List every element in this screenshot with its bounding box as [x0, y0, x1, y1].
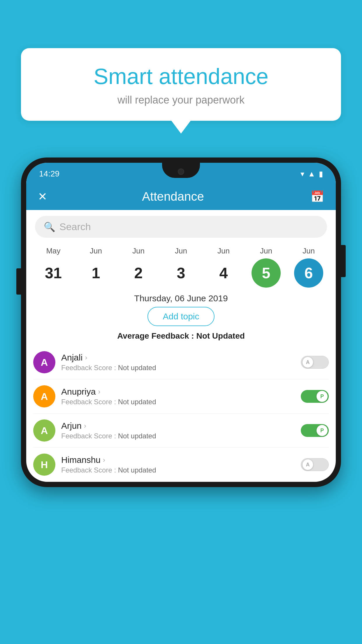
cal-month-4: Jun [217, 246, 230, 256]
speech-bubble-title: Smart attendance [33, 64, 329, 89]
cal-day-1: 1 [81, 258, 110, 288]
speech-bubble-subtitle: will replace your paperwork [33, 94, 329, 106]
feedback-anupriya: Feedback Score : Not updated [61, 398, 295, 406]
calendar-icon[interactable]: 📅 [310, 190, 324, 203]
cal-col-1[interactable]: Jun 1 [75, 246, 116, 288]
student-item-anjali: A Anjali › Feedback Score : Not updated … [33, 345, 329, 379]
search-bar[interactable]: 🔍 Search [35, 216, 327, 238]
toggle-anupriya[interactable]: P [301, 390, 329, 403]
feedback-himanshu: Feedback Score : Not updated [61, 466, 295, 474]
avg-feedback: Average Feedback : Not Updated [26, 331, 336, 341]
app-bar-title: Attendance [36, 190, 310, 204]
signal-icon: ▲ [308, 169, 315, 178]
battery-icon: ▮ [319, 169, 323, 178]
toggle-himanshu[interactable]: A [301, 458, 329, 471]
cal-day-3: 3 [166, 258, 196, 288]
phone-screen: 14:29 ▾ ▲ ▮ ✕ Attendance 📅 🔍 Search [26, 163, 336, 482]
chevron-icon: › [85, 354, 87, 362]
search-placeholder: Search [59, 221, 91, 232]
toggle-knob-arjun: P [317, 425, 328, 436]
cal-col-2[interactable]: Jun 2 [118, 246, 159, 288]
cal-month-2: Jun [132, 246, 145, 256]
toggle-knob-anupriya: P [317, 391, 328, 402]
wifi-icon: ▾ [301, 169, 304, 178]
student-info-himanshu: Himanshu › Feedback Score : Not updated [61, 455, 295, 474]
toggle-arjun[interactable]: P [301, 424, 329, 437]
avatar-arjun: A [33, 419, 55, 442]
feedback-anjali: Feedback Score : Not updated [61, 364, 295, 372]
search-icon: 🔍 [44, 221, 55, 232]
avatar-anupriya: A [33, 385, 55, 407]
add-topic-button[interactable]: Add topic [147, 307, 214, 326]
student-name-arjun[interactable]: Arjun › [61, 421, 295, 431]
status-time: 14:29 [39, 169, 59, 178]
avatar-himanshu: H [33, 454, 55, 476]
calendar-strip: May 31 Jun 1 Jun 2 Jun 3 Jun 4 [26, 244, 336, 288]
chevron-icon: › [103, 456, 105, 464]
chevron-icon: › [84, 422, 86, 430]
cal-month-0: May [46, 246, 60, 256]
feedback-arjun: Feedback Score : Not updated [61, 432, 295, 440]
cal-month-6: Jun [303, 246, 315, 256]
student-name-himanshu[interactable]: Himanshu › [61, 455, 295, 465]
cal-day-4: 4 [209, 258, 238, 288]
cal-day-0: 31 [39, 258, 68, 288]
notch-camera [178, 168, 184, 175]
chevron-icon: › [98, 388, 100, 396]
cal-col-3[interactable]: Jun 3 [161, 246, 201, 288]
app-bar: ✕ Attendance 📅 [26, 183, 336, 210]
cal-month-1: Jun [90, 246, 102, 256]
student-info-anupriya: Anupriya › Feedback Score : Not updated [61, 387, 295, 406]
status-icons: ▾ ▲ ▮ [301, 169, 323, 178]
cal-col-6[interactable]: Jun 6 [288, 246, 329, 288]
cal-day-6: 6 [294, 258, 323, 288]
avatar-anjali: A [33, 351, 55, 373]
cal-day-2: 2 [124, 258, 153, 288]
cal-day-5: 5 [252, 258, 281, 288]
cal-month-5: Jun [260, 246, 272, 256]
selected-date-label: Thursday, 06 June 2019 [26, 288, 336, 307]
cal-col-5[interactable]: Jun 5 [246, 246, 287, 288]
student-name-anupriya[interactable]: Anupriya › [61, 387, 295, 397]
student-info-arjun: Arjun › Feedback Score : Not updated [61, 421, 295, 440]
cal-month-3: Jun [175, 246, 187, 256]
phone-notch [162, 163, 200, 178]
student-item-arjun: A Arjun › Feedback Score : Not updated P [33, 414, 329, 448]
phone-frame: 14:29 ▾ ▲ ▮ ✕ Attendance 📅 🔍 Search [21, 158, 341, 487]
avg-feedback-value: Not Updated [196, 331, 245, 340]
toggle-anjali[interactable]: A [301, 356, 329, 369]
cal-col-4[interactable]: Jun 4 [203, 246, 244, 288]
student-info-anjali: Anjali › Feedback Score : Not updated [61, 353, 295, 372]
speech-bubble: Smart attendance will replace your paper… [21, 48, 341, 121]
student-item-himanshu: H Himanshu › Feedback Score : Not update… [33, 448, 329, 482]
toggle-knob-himanshu: A [302, 459, 313, 470]
phone-wrapper: 14:29 ▾ ▲ ▮ ✕ Attendance 📅 🔍 Search [21, 158, 341, 644]
student-name-anjali[interactable]: Anjali › [61, 353, 295, 363]
cal-col-0[interactable]: May 31 [33, 246, 74, 288]
toggle-knob-anjali: A [302, 357, 313, 368]
student-item-anupriya: A Anupriya › Feedback Score : Not update… [33, 379, 329, 414]
student-list: A Anjali › Feedback Score : Not updated … [26, 345, 336, 482]
